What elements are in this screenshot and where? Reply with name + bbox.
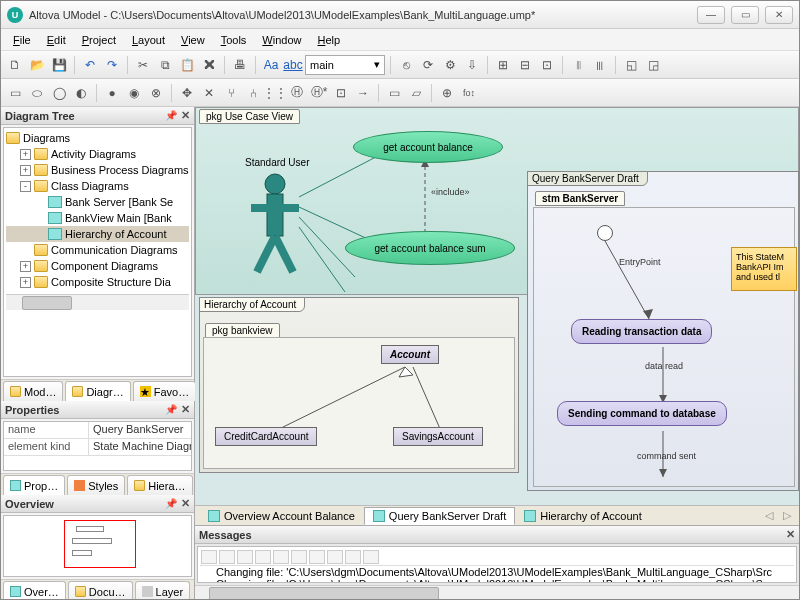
diagram-tree[interactable]: Diagrams +Activity Diagrams+Business Pro… [3, 127, 192, 377]
align3-icon[interactable]: ⊡ [537, 55, 557, 75]
sync-icon[interactable]: ⟳ [418, 55, 438, 75]
redo-icon[interactable]: ↷ [102, 55, 122, 75]
msg-btn[interactable] [291, 550, 307, 564]
tab-model[interactable]: Mod… [3, 381, 63, 401]
copy-icon[interactable]: ⧉ [155, 55, 175, 75]
menu-help[interactable]: Help [312, 32, 347, 48]
use-case-balance-sum[interactable]: get account balance sum [345, 231, 515, 265]
shape2-icon[interactable]: ⬭ [27, 83, 47, 103]
doc-tab[interactable]: Query BankServer Draft [364, 507, 515, 525]
move-icon[interactable]: ✥ [177, 83, 197, 103]
pin-icon[interactable]: 📌 [165, 498, 177, 509]
menu-layout[interactable]: Layout [126, 32, 171, 48]
terminate-icon[interactable]: ⊗ [146, 83, 166, 103]
print-icon[interactable]: 🖶 [230, 55, 250, 75]
tree-item[interactable]: Communication Diagrams [6, 242, 189, 258]
note-icon[interactable]: ▭ [384, 83, 404, 103]
join-icon[interactable]: ⑃ [243, 83, 263, 103]
pin-icon[interactable]: 📌 [165, 110, 177, 121]
tab-next-icon[interactable]: ▷ [779, 509, 795, 522]
fork-icon[interactable]: ⑂ [221, 83, 241, 103]
menu-view[interactable]: View [175, 32, 211, 48]
menu-window[interactable]: Window [256, 32, 307, 48]
properties-grid[interactable]: nameQuery BankServer element kindState M… [3, 421, 192, 471]
msg-btn[interactable] [201, 550, 217, 564]
msg-btn[interactable] [345, 550, 361, 564]
close-panel-icon[interactable]: ✕ [181, 497, 190, 510]
generate-icon[interactable]: ⚙ [440, 55, 460, 75]
tree-item[interactable]: Bank Server [Bank Se [6, 194, 189, 210]
history-icon[interactable]: Ⓗ [287, 83, 307, 103]
state-reading[interactable]: Reading transaction data [571, 319, 712, 344]
diagram-canvas[interactable]: pkg Use Case View Standard User [195, 107, 799, 505]
align2-icon[interactable]: ⊟ [515, 55, 535, 75]
note[interactable]: This StateM BankAPI Im and used tl [731, 247, 797, 291]
doc-tab[interactable]: Hierarchy of Account [515, 507, 651, 525]
tab-layer[interactable]: Layer [135, 581, 191, 600]
msg-btn[interactable] [219, 550, 235, 564]
menu-tools[interactable]: Tools [215, 32, 253, 48]
use-case-balance[interactable]: get account balance [353, 131, 503, 163]
new-icon[interactable]: 🗋 [5, 55, 25, 75]
size1-icon[interactable]: ◱ [621, 55, 641, 75]
shape3-icon[interactable]: ◯ [49, 83, 69, 103]
import-icon[interactable]: ⇩ [462, 55, 482, 75]
tab-prev-icon[interactable]: ◁ [761, 509, 777, 522]
find-icon[interactable]: Aa [261, 55, 281, 75]
tree-item[interactable]: +Activity Diagrams [6, 146, 189, 162]
menu-project[interactable]: Project [76, 32, 122, 48]
visibility-icon[interactable]: ⊕ [437, 83, 457, 103]
initial-icon[interactable]: ● [102, 83, 122, 103]
tab-hierarchy[interactable]: Hiera… [127, 475, 192, 495]
close-panel-icon[interactable]: ✕ [181, 109, 190, 122]
pin-icon[interactable]: 📌 [165, 404, 177, 415]
align-icon[interactable]: ⊞ [493, 55, 513, 75]
toggle-icon[interactable]: fo↕ [459, 83, 479, 103]
shape4-icon[interactable]: ◐ [71, 83, 91, 103]
region-icon[interactable]: ⊡ [331, 83, 351, 103]
cut-icon[interactable]: ✂ [133, 55, 153, 75]
doc-tab[interactable]: Overview Account Balance [199, 507, 364, 525]
undo-icon[interactable]: ↶ [80, 55, 100, 75]
messages-hscroll[interactable] [195, 585, 799, 600]
paste-icon[interactable]: 📋 [177, 55, 197, 75]
tree-item[interactable]: +Component Diagrams [6, 258, 189, 274]
tab-properties[interactable]: Prop… [3, 475, 65, 495]
shape1-icon[interactable]: ▭ [5, 83, 25, 103]
open-icon[interactable]: 📂 [27, 55, 47, 75]
menu-edit[interactable]: Edit [41, 32, 72, 48]
msg-btn[interactable] [309, 550, 325, 564]
dist2-icon[interactable]: ⫼ [590, 55, 610, 75]
state-sending[interactable]: Sending command to database [557, 401, 727, 426]
tab-overview[interactable]: Over… [3, 581, 66, 600]
dist1-icon[interactable]: ⫴ [568, 55, 588, 75]
actor-standard-user[interactable]: Standard User [245, 157, 309, 278]
class-creditcard[interactable]: CreditCardAccount [215, 427, 317, 446]
msg-btn[interactable] [273, 550, 289, 564]
deep-history-icon[interactable]: Ⓗ* [309, 83, 329, 103]
junction-icon[interactable]: ⋮⋮ [265, 83, 285, 103]
tree-item[interactable]: -Class Diagrams [6, 178, 189, 194]
delete-icon[interactable]: 🗙 [199, 55, 219, 75]
tree-item[interactable]: Hierarchy of Account [6, 226, 189, 242]
tab-styles[interactable]: Styles [67, 475, 125, 495]
tree-item[interactable]: BankView Main [Bank [6, 210, 189, 226]
maximize-button[interactable]: ▭ [731, 6, 759, 24]
tree-item[interactable]: +Business Process Diagrams [6, 162, 189, 178]
note2-icon[interactable]: ▱ [406, 83, 426, 103]
save-icon[interactable]: 💾 [49, 55, 69, 75]
class-account[interactable]: Account [381, 345, 439, 364]
close-panel-icon[interactable]: ✕ [181, 403, 190, 416]
trans-icon[interactable]: → [353, 83, 373, 103]
tab-diagram[interactable]: Diagr… [65, 381, 130, 401]
msg-btn[interactable] [327, 550, 343, 564]
msg-btn[interactable] [363, 550, 379, 564]
tree-item[interactable]: +Composite Structure Dia [6, 274, 189, 290]
entry-point[interactable] [597, 225, 613, 241]
minimize-button[interactable]: — [697, 6, 725, 24]
choice-icon[interactable]: ✕ [199, 83, 219, 103]
tab-favorites[interactable]: ★Favo… [133, 381, 196, 401]
messages-body[interactable]: Changing file: 'C:\Users\dgm\Documents\A… [197, 546, 797, 583]
msg-btn[interactable] [255, 550, 271, 564]
menu-file[interactable]: File [7, 32, 37, 48]
